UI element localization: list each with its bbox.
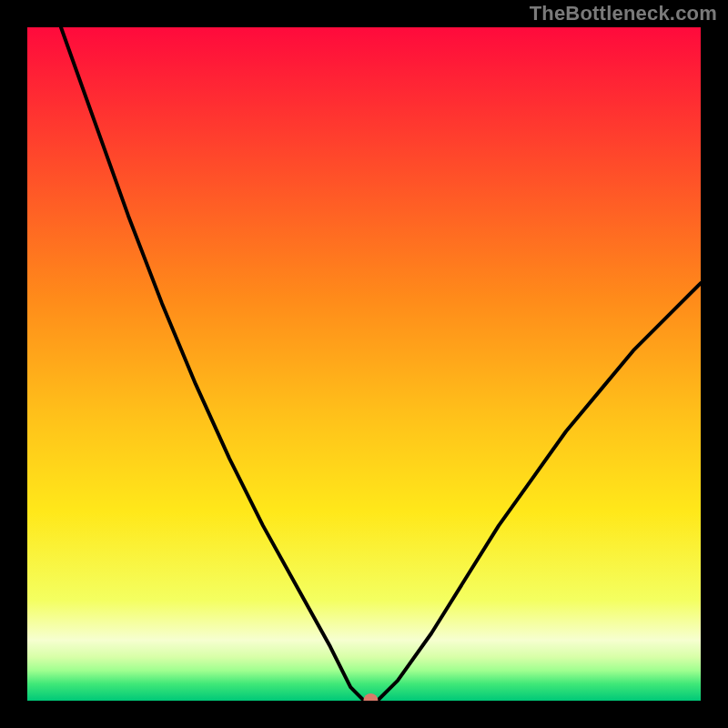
chart-svg	[27, 27, 701, 701]
watermark-text: TheBottleneck.com	[530, 2, 717, 25]
plot-area	[27, 27, 701, 701]
gradient-rect	[27, 27, 701, 701]
chart-frame: TheBottleneck.com	[0, 0, 728, 728]
